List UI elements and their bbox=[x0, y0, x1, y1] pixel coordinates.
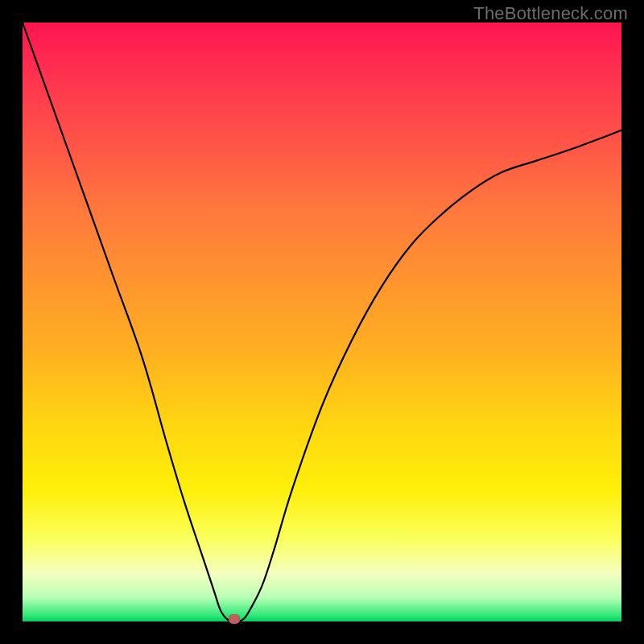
chart-frame: TheBottleneck.com bbox=[0, 0, 644, 644]
plot-area bbox=[23, 23, 621, 621]
bottleneck-curve bbox=[23, 23, 621, 621]
watermark-text: TheBottleneck.com bbox=[473, 3, 628, 24]
curve-path bbox=[23, 23, 621, 621]
minimum-marker bbox=[229, 614, 240, 624]
